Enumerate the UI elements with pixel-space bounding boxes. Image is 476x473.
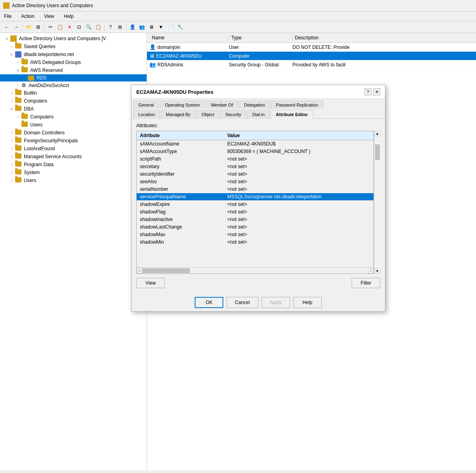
filter-btn[interactable]: 🔧 xyxy=(176,23,184,31)
new-user-btn[interactable]: 👤 xyxy=(128,23,137,31)
tree-item-system[interactable]: › System xyxy=(0,169,147,176)
tree-root[interactable]: v Active Directory Users and Computers [… xyxy=(0,35,147,43)
view-button[interactable]: View xyxy=(136,278,165,288)
expand-laf[interactable]: › xyxy=(9,146,14,151)
expand-dba-comp[interactable]: › xyxy=(15,114,20,119)
show-btn[interactable]: ⊞ xyxy=(34,23,43,31)
tab-password-replication[interactable]: Password Replication xyxy=(271,101,323,109)
tree-item-dba[interactable]: v DBA xyxy=(0,105,147,113)
tree-item-users[interactable]: › Users xyxy=(0,176,147,184)
console-btn[interactable]: ⊞ xyxy=(116,23,124,31)
col-header-description[interactable]: Description xyxy=(292,34,474,41)
expand-rds[interactable] xyxy=(22,76,27,80)
menu-action[interactable]: Action xyxy=(19,13,36,20)
dialog-help-btn[interactable]: ? xyxy=(364,88,372,95)
find-btn[interactable]: 📄 xyxy=(166,23,175,31)
tree-item-saved-queries[interactable]: › Saved Queries xyxy=(0,43,147,50)
tree-item-dba-users[interactable]: Users xyxy=(0,121,147,129)
tree-item-foreign-security[interactable]: › ForeignSecurityPrincipals xyxy=(0,137,147,145)
help-button[interactable]: Help xyxy=(293,297,322,308)
copy-btn[interactable]: 📋 xyxy=(56,23,64,31)
col-header-type[interactable]: Type xyxy=(229,34,292,41)
tab-member-of[interactable]: Member Of xyxy=(206,101,238,109)
scroll-down-btn[interactable]: ▼ xyxy=(375,268,380,274)
filter-button[interactable]: Filter xyxy=(352,278,380,288)
tab-delegation[interactable]: Delegation xyxy=(239,101,270,109)
delete-btn[interactable]: ✕ xyxy=(65,23,74,31)
apply-button[interactable]: Apply xyxy=(261,297,290,308)
tree-item-dba-computers[interactable]: › Computers xyxy=(0,113,147,121)
cut-btn[interactable]: ✂ xyxy=(46,23,55,31)
tree-item-computers[interactable]: › Computers xyxy=(0,97,147,105)
tree-item-dbadir[interactable]: v dbadir.teleportdemo.net xyxy=(0,50,147,58)
cancel-button[interactable]: Cancel xyxy=(226,297,258,308)
expand-aws-del[interactable]: › xyxy=(15,60,20,65)
expand-sys[interactable]: › xyxy=(9,170,14,175)
scroll-right-btn[interactable]: › xyxy=(368,268,373,273)
attr-row[interactable]: shadowLastChange <not set> xyxy=(137,223,373,231)
attr-row[interactable]: sAMAccountType 805306369 = ( MACHINE_ACC… xyxy=(137,148,373,155)
tree-item-program-data[interactable]: › Program Data xyxy=(0,161,147,169)
expand-builtin[interactable]: › xyxy=(9,91,14,95)
tree-item-rds[interactable]: RDS xyxy=(0,74,147,81)
scroll-left-btn[interactable]: ‹ xyxy=(137,268,142,273)
attr-row[interactable]: shadowExpire <not set> xyxy=(137,201,373,208)
tree-item-builtin[interactable]: › Builtin xyxy=(0,89,147,97)
tab-operating-system[interactable]: Operating System xyxy=(160,101,205,109)
menu-file[interactable]: File xyxy=(2,13,13,20)
new-group-btn[interactable]: 👥 xyxy=(137,23,146,31)
attr-row[interactable]: serialNumber <not set> xyxy=(137,186,373,193)
tab-dial-in[interactable]: Dial-in xyxy=(247,110,270,119)
tree-item-awsds[interactable]: › ⚙ AwsDsDnsSvcAcct xyxy=(0,81,147,89)
attr-row[interactable]: sAMAccountName EC2AMAZ-4KN05DU$ xyxy=(137,140,373,148)
expand-fsp[interactable]: › xyxy=(9,138,14,143)
list-row[interactable]: 🖥 EC2AMAZ-4KN05DU Computer xyxy=(147,52,476,60)
expand-dc[interactable]: › xyxy=(9,130,14,135)
scroll-thumb[interactable] xyxy=(375,144,380,160)
attr-row-selected[interactable]: servicePrincipalName MSSQLSvc/sqlserver-… xyxy=(137,193,373,201)
list-row[interactable]: 👥 RDSAdmins Security Group - Global Prov… xyxy=(147,60,476,69)
tree-item-aws-reserved[interactable]: v AWS Reserved xyxy=(0,66,147,74)
tab-object[interactable]: Object xyxy=(196,110,219,119)
expand-users[interactable]: › xyxy=(9,178,14,183)
tree-item-domain-controllers[interactable]: › Domain Controllers xyxy=(0,129,147,137)
props-btn[interactable]: ⊡ xyxy=(75,23,83,31)
up-btn[interactable]: 📁 xyxy=(24,23,33,31)
forward-btn[interactable]: → xyxy=(12,23,21,31)
expand-pd[interactable]: › xyxy=(9,162,14,167)
tab-location[interactable]: Location xyxy=(133,110,160,119)
tab-general[interactable]: General xyxy=(133,101,159,109)
ok-button[interactable]: OK xyxy=(195,297,223,308)
refresh-btn[interactable]: 🔍 xyxy=(84,23,93,31)
expand-msa[interactable]: › xyxy=(9,154,14,159)
expand-computers[interactable]: › xyxy=(9,99,14,103)
expand-dba-users[interactable] xyxy=(15,122,20,127)
horiz-scroll-track[interactable] xyxy=(142,268,368,273)
expand-saved[interactable]: › xyxy=(9,44,14,49)
menu-view[interactable]: View xyxy=(43,13,56,20)
attr-row[interactable]: shadowFlag <not set> xyxy=(137,208,373,216)
attr-row[interactable]: securityIdentifier <not set> xyxy=(137,171,373,178)
col-header-name[interactable]: Name xyxy=(149,34,229,41)
new-computer-btn[interactable]: 🖥 xyxy=(147,23,156,31)
attr-row[interactable]: shadowMin <not set> xyxy=(137,238,373,246)
tree-item-lost-found[interactable]: › LostAndFound xyxy=(0,145,147,153)
move-btn[interactable]: 📋 xyxy=(94,23,103,31)
expand-aws-res[interactable]: v xyxy=(15,68,20,73)
tab-security[interactable]: Security xyxy=(220,110,246,119)
attr-row[interactable]: shadowMax <not set> xyxy=(137,231,373,238)
back-btn[interactable]: ← xyxy=(2,23,11,31)
vert-scrollbar[interactable]: ▲ ▼ xyxy=(374,131,380,274)
new-ou-btn[interactable]: ▼ xyxy=(157,23,165,31)
list-row[interactable]: 👤 domainjoin User DO NOT DELETE: Provide xyxy=(147,43,476,52)
attr-row[interactable]: secretary <not set> xyxy=(137,163,373,171)
dialog-close-btn[interactable]: ✕ xyxy=(373,88,380,95)
expand-dbadir[interactable]: v xyxy=(9,52,14,57)
tab-attribute-editor[interactable]: Attribute Editor xyxy=(271,110,313,119)
attr-row[interactable]: seeAlso <not set> xyxy=(137,178,373,186)
expand-dba[interactable]: v xyxy=(9,107,14,111)
tab-managed-by[interactable]: Managed By xyxy=(161,110,196,119)
menu-help[interactable]: Help xyxy=(62,13,75,20)
attr-row[interactable]: scriptPath <not set> xyxy=(137,155,373,163)
tree-item-managed-service[interactable]: › Managed Service Accounts xyxy=(0,153,147,161)
